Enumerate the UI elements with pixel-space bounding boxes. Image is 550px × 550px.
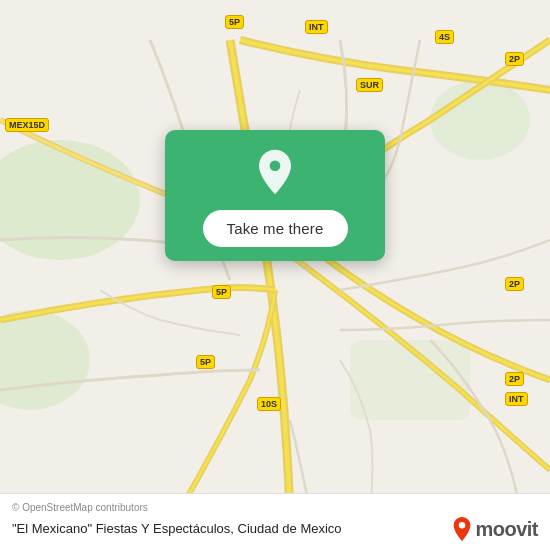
svg-point-3 — [430, 80, 530, 160]
destination-card: Take me there — [165, 130, 385, 261]
road-label-sur: SUR — [356, 78, 383, 92]
svg-point-6 — [459, 522, 466, 529]
take-me-there-button[interactable]: Take me there — [203, 210, 348, 247]
moovit-wordmark: moovit — [475, 518, 538, 541]
location-row: "El Mexicano" Fiestas Y Espectáculos, Ci… — [12, 516, 538, 542]
moovit-pin-icon — [451, 516, 473, 542]
map-container: 5P INT 4S MEX15D SUR 2P 5P 5P 2P 2P INT … — [0, 0, 550, 550]
road-label-4s-top: 4S — [435, 30, 454, 44]
road-label-int-right: INT — [505, 392, 528, 406]
road-label-5p-lower: 5P — [196, 355, 215, 369]
copyright-text: © OpenStreetMap contributors — [12, 502, 538, 513]
bottom-bar: © OpenStreetMap contributors "El Mexican… — [0, 493, 550, 550]
road-label-2p-right-low: 2P — [505, 372, 524, 386]
road-label-mex15d: MEX15D — [5, 118, 49, 132]
location-pin-icon — [251, 148, 299, 196]
road-label-2p-right-top: 2P — [505, 52, 524, 66]
road-label-5p-top: 5P — [225, 15, 244, 29]
location-text: "El Mexicano" Fiestas Y Espectáculos, Ci… — [12, 521, 441, 538]
svg-point-5 — [270, 160, 281, 171]
road-label-5p-mid: 5P — [212, 285, 231, 299]
road-label-2p-right-mid: 2P — [505, 277, 524, 291]
map-background — [0, 0, 550, 550]
road-label-int-top: INT — [305, 20, 328, 34]
moovit-logo: moovit — [451, 516, 538, 542]
road-label-10s: 10S — [257, 397, 281, 411]
